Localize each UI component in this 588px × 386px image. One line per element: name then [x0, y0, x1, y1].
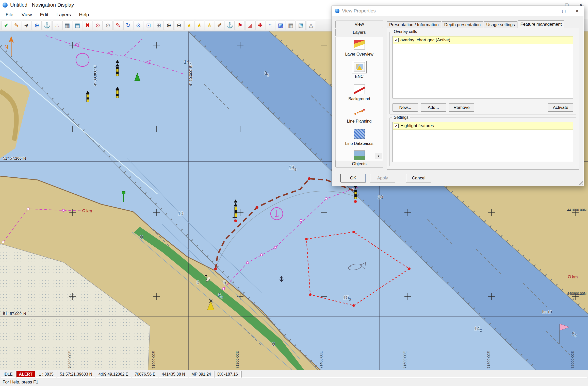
- svg-text:0: 0: [197, 280, 199, 285]
- view-properties-dialog: View Properties ─ ▢ ✕ View Layers Layer …: [332, 6, 584, 186]
- dialog-minimize-button[interactable]: ─: [544, 6, 557, 16]
- add-button[interactable]: Add...: [421, 103, 446, 112]
- settings-group: Settings ✔ Highlight features: [389, 118, 576, 166]
- apply-button: Apply: [370, 174, 395, 182]
- route-edit-icon[interactable]: ✐: [215, 21, 224, 30]
- tool-glyph: ⚑: [237, 23, 242, 28]
- favorite-2-icon[interactable]: ★: [194, 21, 204, 30]
- tool-glyph: ⚓: [226, 23, 233, 28]
- overlay-cells-list[interactable]: ✔ overlay_chart.qnc (Active): [393, 36, 573, 98]
- wave-icon[interactable]: ≈: [266, 21, 275, 30]
- svg-text:4° 10.000' E: 4° 10.000' E: [188, 65, 193, 86]
- nav-section-view[interactable]: View: [335, 21, 383, 28]
- settings-label: Settings: [392, 115, 410, 120]
- dialog-titlebar[interactable]: View Properties ─ ▢ ✕: [332, 6, 584, 16]
- browse-cells-icon[interactable]: ⊞: [154, 21, 164, 30]
- plot-cross-icon[interactable]: ✚: [255, 21, 265, 30]
- tool-glyph: ⊡: [146, 23, 151, 28]
- waypoints-icon[interactable]: ∴: [52, 21, 62, 30]
- globe-icon[interactable]: ⊕: [32, 21, 42, 30]
- edit-notes-icon[interactable]: ✎: [12, 21, 21, 30]
- area-fill-icon[interactable]: ◢: [245, 21, 255, 30]
- delete-icon[interactable]: ✖: [83, 21, 92, 30]
- settings-row[interactable]: ✔ Highlight features: [393, 122, 573, 130]
- menu-file[interactable]: File: [2, 10, 18, 19]
- tool-glyph: ✔: [4, 23, 9, 28]
- grid-toggle-icon[interactable]: ▦: [286, 21, 296, 30]
- svg-text:4° 09.800' E: 4° 09.800' E: [93, 65, 97, 86]
- resize-grip[interactable]: [579, 181, 583, 185]
- image-layers-icon[interactable]: ▤: [73, 21, 82, 30]
- dialog-title: View Properties: [342, 8, 376, 14]
- remove-button[interactable]: Remove: [449, 103, 474, 112]
- svg-text:km: km: [572, 275, 578, 279]
- ok-button[interactable]: OK: [340, 174, 366, 182]
- pointer-icon[interactable]: ➤: [22, 21, 31, 30]
- menu-layers[interactable]: Layers: [52, 10, 75, 19]
- red-pen-icon[interactable]: ✎: [113, 21, 123, 30]
- zoom-out-icon[interactable]: ⊖: [174, 21, 184, 30]
- layers-item-enc[interactable]: ENC: [336, 59, 383, 82]
- tab-depth-presentation[interactable]: Depth presentation: [442, 21, 483, 28]
- svg-text:51° 57.000' N: 51° 57.000' N: [3, 311, 26, 316]
- background-icon: [354, 85, 365, 94]
- tool-glyph: ∴: [55, 23, 59, 28]
- grid-cells-icon[interactable]: ▦: [62, 21, 72, 30]
- tool-glyph: ▤: [75, 23, 80, 28]
- dialog-maximize-button[interactable]: ▢: [557, 6, 570, 16]
- overlay-cell-row[interactable]: ✔ overlay_chart.qnc (Active): [393, 36, 573, 44]
- tool-glyph: ✎: [14, 23, 19, 28]
- status-mode: IDLE: [1, 371, 15, 378]
- tab-presentation-information[interactable]: Presentation / Information: [387, 21, 441, 28]
- anchor-icon[interactable]: ⚓: [225, 21, 235, 30]
- tool-glyph: ✯: [207, 23, 212, 28]
- layers-item-layer-overview[interactable]: Layer Overview: [336, 37, 383, 59]
- app-icon: [3, 3, 8, 8]
- favorite-icon[interactable]: ★: [184, 21, 194, 30]
- tab-usage-settings[interactable]: Usage settings: [484, 21, 517, 28]
- flag-icon[interactable]: ⚑: [235, 21, 245, 30]
- tab-feature-management[interactable]: Feature management: [518, 20, 564, 28]
- tool-glyph: ✖: [85, 23, 90, 28]
- dialog-close-button[interactable]: ✕: [570, 6, 584, 16]
- checkbox-checked-icon[interactable]: ✔: [394, 38, 399, 42]
- menu-help[interactable]: Help: [75, 10, 93, 19]
- layers-scroll-down-button[interactable]: ▼: [375, 153, 382, 159]
- menu-edit[interactable]: Edit: [36, 10, 52, 19]
- zoom-previous-icon[interactable]: ⊘: [93, 21, 103, 30]
- status-field: DX -187.16: [215, 371, 241, 378]
- zoom-next-icon[interactable]: ⊘: [103, 21, 113, 30]
- zoom-window-icon[interactable]: ⊡: [144, 21, 153, 30]
- feature-management-panel: Overlay cells ✔ overlay_chart.qnc (Activ…: [387, 28, 579, 170]
- menu-view[interactable]: View: [18, 10, 36, 19]
- beacon-label: bn 10: [542, 310, 552, 314]
- refresh-icon[interactable]: ↻: [123, 21, 133, 30]
- checkbox-checked-icon[interactable]: ✔: [394, 124, 399, 128]
- anchor-route-icon[interactable]: ⚓: [42, 21, 52, 30]
- find-icon[interactable]: ⊙: [134, 21, 143, 30]
- nav-section-layers[interactable]: Layers: [335, 29, 383, 36]
- dialog-tabs: Presentation / Information Depth present…: [387, 20, 565, 28]
- tool-glyph: ★: [187, 23, 192, 28]
- hatch-area-icon[interactable]: ▨: [276, 21, 285, 30]
- tool-glyph: ⊞: [156, 23, 161, 28]
- tool-glyph: ▧: [298, 23, 304, 28]
- cancel-button[interactable]: Cancel: [406, 174, 431, 182]
- svg-text:71400.00E: 71400.00E: [319, 351, 323, 368]
- layers-item-line-planning[interactable]: Line Planning: [336, 104, 383, 126]
- application-window: Untitled - Navigation Display ─ ▢ ✕ File…: [0, 0, 588, 386]
- zoom-in-icon[interactable]: ⊕: [164, 21, 174, 30]
- settings-list[interactable]: ✔ Highlight features: [393, 122, 573, 162]
- status-field: 441435.38 N: [159, 371, 188, 378]
- svg-text:0: 0: [140, 234, 143, 240]
- new-button[interactable]: New...: [393, 103, 418, 112]
- profile-icon[interactable]: △: [306, 21, 316, 30]
- chart-check-icon[interactable]: ✔: [2, 21, 11, 30]
- nav-section-objects[interactable]: Objects: [335, 160, 383, 167]
- layers-item-line-databases[interactable]: Line Databases: [336, 126, 383, 149]
- svg-text:440800.00N: 440800.00N: [567, 292, 586, 296]
- chart-edit-icon[interactable]: ▧: [296, 21, 306, 30]
- activate-button[interactable]: Activate: [548, 103, 573, 112]
- favorite-add-icon[interactable]: ✯: [205, 21, 214, 30]
- layers-item-background[interactable]: Background: [336, 82, 383, 104]
